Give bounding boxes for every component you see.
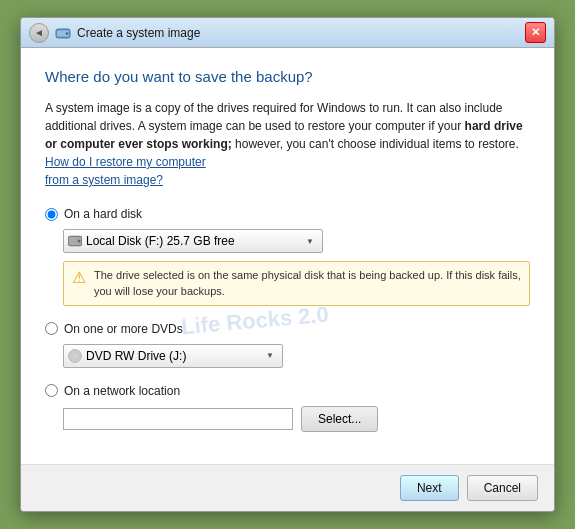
network-path-input[interactable] [63,408,293,430]
hard-disk-dropdown-row: Local Disk (F:) 25.7 GB free ▼ [63,229,530,253]
close-button[interactable]: ✕ [525,22,546,43]
footer: Next Cancel [21,464,554,511]
section-hard-disk: On a hard disk Local Disk (F:) 25.7 GB f… [45,207,530,306]
main-content: Where do you want to save the backup? A … [21,48,554,464]
radio-dvd-label[interactable]: On one or more DVDs [45,322,530,336]
title-bar-left: ◄ Create a system image [29,23,525,43]
hard-disk-dropdown[interactable]: Local Disk (F:) 25.7 GB free ▼ [63,229,323,253]
dvd-icon [68,349,82,363]
section-network: On a network location Select... [45,384,530,432]
svg-point-2 [66,32,69,35]
hdd-icon [68,235,82,247]
next-button[interactable]: Next [400,475,459,501]
page-title: Where do you want to save the backup? [45,68,530,85]
title-icon [55,25,71,41]
dvd-dropdown[interactable]: DVD RW Drive (J:) ▼ [63,344,283,368]
back-button[interactable]: ◄ [29,23,49,43]
radio-dvd[interactable] [45,322,58,335]
radio-hard-disk-label[interactable]: On a hard disk [45,207,530,221]
window-title: Create a system image [77,26,200,40]
svg-point-8 [74,355,76,357]
svg-point-5 [78,240,81,243]
select-button[interactable]: Select... [301,406,378,432]
dvd-dropdown-arrow-icon: ▼ [262,351,278,360]
cancel-button[interactable]: Cancel [467,475,538,501]
help-link[interactable]: How do I restore my computerfrom a syste… [45,155,206,187]
warning-icon: ⚠ [72,267,86,299]
dropdown-arrow-icon: ▼ [302,237,318,246]
radio-network[interactable] [45,384,58,397]
warning-box: ⚠ The drive selected is on the same phys… [63,261,530,306]
main-window: ◄ Create a system image ✕ Where do you w… [20,17,555,512]
content-wrapper: Where do you want to save the backup? A … [21,48,554,464]
dvd-dropdown-row: DVD RW Drive (J:) ▼ [63,344,530,368]
title-bar: ◄ Create a system image ✕ [21,18,554,48]
network-row: Select... [63,406,530,432]
radio-network-label[interactable]: On a network location [45,384,530,398]
description: A system image is a copy of the drives r… [45,99,530,189]
radio-hard-disk[interactable] [45,208,58,221]
section-dvd: On one or more DVDs DVD RW Drive (J:) [45,322,530,368]
